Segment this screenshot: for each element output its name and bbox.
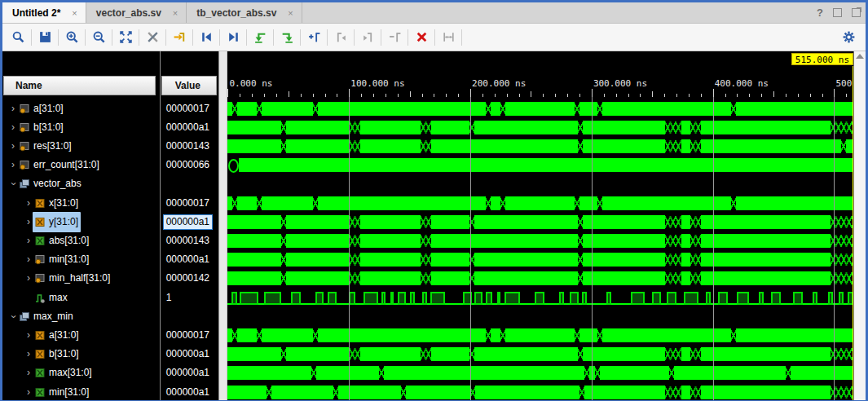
tree-row-b-31-0-[interactable]: ›b[31:0]	[2, 345, 160, 364]
bus-transition	[313, 102, 318, 116]
chevron-right-icon[interactable]: ›	[9, 156, 17, 174]
bus-transition	[690, 121, 701, 134]
tree-row-x-31-0-[interactable]: ›x[31:0]	[2, 194, 160, 213]
goto-time-icon[interactable]	[169, 28, 190, 47]
value-row[interactable]: 000000a1	[161, 383, 218, 401]
tree-row-min_half-31-0-[interactable]: ›min_half[31:0]	[2, 269, 160, 288]
zoom-out-icon[interactable]	[88, 28, 109, 47]
previous-transition-icon[interactable]	[196, 28, 217, 47]
tree-row-min-31-0-[interactable]: ›min[31:0]	[2, 383, 160, 401]
tab-untitled-2[interactable]: Untitled 2* ×	[2, 2, 86, 23]
help-icon[interactable]: ?	[817, 7, 823, 19]
tree-row-a-31-0-[interactable]: ›a[31:0]	[2, 326, 160, 345]
undo-zoom-icon[interactable]	[249, 28, 271, 47]
bus-waveform	[227, 102, 853, 116]
value-row[interactable]: 000000a1	[161, 364, 218, 382]
toolbar-separator	[58, 29, 59, 46]
chevron-right-icon[interactable]: ›	[9, 99, 17, 118]
save-icon[interactable]	[34, 28, 55, 47]
value-row[interactable]	[161, 307, 218, 326]
value-row[interactable]: 000000a1	[161, 118, 218, 137]
close-icon[interactable]: ×	[288, 8, 293, 18]
redo-zoom-icon[interactable]	[276, 28, 297, 47]
chevron-right-icon[interactable]: ›	[24, 250, 33, 269]
ruler-label: 100.000 ns	[350, 78, 404, 89]
tree-row-min-31-0-[interactable]: ›min[31:0]	[2, 250, 160, 269]
zoom-fit-icon[interactable]	[115, 28, 136, 47]
chevron-right-icon[interactable]: ›	[24, 231, 33, 250]
tree-row-y-31-0-[interactable]: ›y[31:0]	[2, 213, 160, 231]
value-row[interactable]: 000000a1	[161, 250, 218, 269]
value-row[interactable]: 00000142	[161, 269, 218, 288]
chevron-right-icon[interactable]: ›	[24, 364, 33, 382]
value-row[interactable]: 00000017	[161, 326, 218, 345]
chevron-right-icon[interactable]: ›	[24, 345, 33, 364]
value-row[interactable]: 00000143	[161, 231, 218, 250]
bus-input-icon	[34, 349, 46, 359]
chevron-right-icon[interactable]: ›	[24, 326, 33, 345]
value-row[interactable]: 1	[161, 289, 218, 307]
add-marker-icon[interactable]	[303, 28, 324, 47]
chevron-right-icon[interactable]: ›	[24, 269, 33, 288]
close-icon[interactable]: ×	[72, 8, 77, 18]
swap-cursor-icon[interactable]	[438, 28, 459, 47]
delete-icon[interactable]	[411, 28, 432, 47]
tree-row-max-31-0-[interactable]: ›max[31:0]	[2, 364, 160, 382]
vertical-scrollbar[interactable]	[853, 51, 866, 400]
signal-name: vector_abs	[33, 174, 82, 193]
next-transition-icon[interactable]	[223, 28, 244, 47]
tree-row-err_count-31-0-[interactable]: ›err_count[31:0]	[2, 156, 160, 174]
value-row[interactable]: 00000017	[161, 99, 218, 118]
chevron-right-icon[interactable]: ›	[24, 383, 33, 401]
chevron-right-icon[interactable]: ›	[9, 137, 17, 156]
next-marker-icon[interactable]	[357, 28, 378, 47]
value-row[interactable]: 00000066	[161, 156, 218, 174]
ruler-tick	[676, 94, 677, 97]
no-snap-icon[interactable]	[142, 28, 163, 47]
value-row[interactable]: 00000143	[161, 137, 218, 156]
tree-row-res-31-0-[interactable]: ›res[31:0]	[2, 137, 160, 156]
previous-marker-icon[interactable]	[330, 28, 351, 47]
tree-row-max_min[interactable]: ›max_min	[2, 307, 160, 326]
tree-row-max[interactable]: max	[2, 289, 160, 307]
chevron-right-icon[interactable]: ›	[9, 118, 17, 137]
panel-splitter[interactable]	[219, 51, 228, 400]
close-icon[interactable]: ×	[173, 8, 178, 18]
chevron-down-icon[interactable]: ›	[4, 180, 23, 188]
bus-transition	[731, 196, 736, 210]
remove-marker-icon[interactable]	[384, 28, 405, 47]
scroll-up-icon[interactable]	[856, 54, 864, 59]
waveform-canvas[interactable]: 0.000 ns100.000 ns200.000 ns300.000 ns40…	[227, 51, 853, 400]
signal-name: max_min	[33, 307, 73, 326]
tree-row-b-31-0-[interactable]: ›b[31:0]	[2, 118, 160, 137]
chevron-right-icon[interactable]: ›	[24, 213, 33, 231]
bit-pulse	[828, 292, 833, 305]
tab-label: Untitled 2*	[12, 7, 60, 19]
chevron-down-icon[interactable]: ›	[4, 312, 23, 320]
zoom-in-icon[interactable]	[61, 28, 82, 47]
signal-name: a[31:0]	[33, 99, 64, 118]
bus-transition	[350, 271, 360, 285]
bus-transition	[350, 234, 360, 248]
gridline	[713, 97, 714, 400]
value-row[interactable]: 000000a1	[161, 345, 218, 364]
tab-vector-abs-sv[interactable]: vector_abs.sv ×	[86, 2, 187, 23]
value-row[interactable]	[161, 174, 218, 193]
tree-row-vector_abs[interactable]: ›vector_abs	[2, 174, 160, 193]
toolbar-separator	[165, 29, 166, 46]
settings-gear-icon[interactable]	[838, 27, 859, 46]
search-icon[interactable]	[7, 28, 29, 47]
chevron-right-icon[interactable]: ›	[24, 194, 33, 213]
bus-transition	[597, 328, 602, 342]
bus-input-icon	[34, 217, 46, 227]
float-icon[interactable]	[852, 8, 861, 17]
maximize-icon[interactable]	[833, 8, 842, 17]
tab-tb-vector-abs-sv[interactable]: tb_vector_abs.sv ×	[187, 2, 302, 23]
signal-name: b[31:0]	[33, 118, 64, 137]
tree-row-abs-31-0-[interactable]: ›abs[31:0]	[2, 231, 160, 250]
bus-transition	[257, 102, 262, 116]
value-row[interactable]: 00000017	[161, 194, 218, 213]
ruler-tick	[264, 94, 265, 97]
tree-row-a-31-0-[interactable]: ›a[31:0]	[2, 99, 160, 118]
value-row[interactable]: 000000a1	[161, 213, 218, 231]
